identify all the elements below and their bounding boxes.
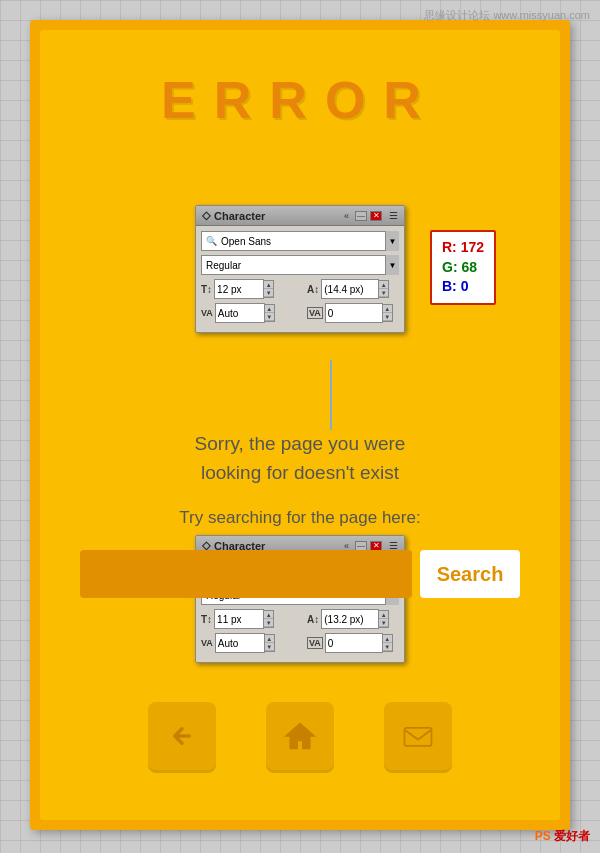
back-button[interactable] — [148, 702, 216, 770]
tracking-field-group: VA Auto ▲ ▼ — [201, 303, 293, 323]
size-field-group: T↕ 12 px ▲ ▼ — [201, 279, 293, 299]
kerning-field-2[interactable]: 0 — [325, 633, 383, 653]
leading-field-group-2: A↕ (13.2 px) ▲ ▼ — [307, 609, 399, 629]
size-row-2: T↕ 11 px ▲ ▼ A↕ (13.2 px) — [201, 609, 399, 629]
g-value: G: 68 — [442, 258, 484, 278]
watermark-top: 思缘设计论坛 www.missyuan.com — [424, 8, 590, 23]
r-value: R: 172 — [442, 238, 484, 258]
search-icon: 🔍 — [206, 236, 217, 246]
search-input[interactable] — [80, 550, 412, 598]
diamond-icon: ◇ — [202, 209, 210, 222]
tracking-dn[interactable]: ▼ — [265, 313, 274, 321]
tracking-up[interactable]: ▲ — [265, 305, 274, 313]
main-card: ERROR ◇ Character « — ✕ ☰ — [30, 20, 570, 830]
leading-spinner-1[interactable]: ▲ ▼ — [379, 280, 389, 298]
kerning-field-group: VA 0 ▲ ▼ — [307, 303, 399, 323]
ps-logo: PS — [535, 829, 554, 843]
tracking-spinner-1[interactable]: ▲ ▼ — [265, 304, 275, 322]
leading-up[interactable]: ▲ — [379, 281, 388, 289]
size-dn[interactable]: ▼ — [264, 289, 273, 297]
character-panel-1: ◇ Character « — ✕ ☰ 🔍 Open Sans — [195, 205, 405, 333]
home-icon — [282, 718, 318, 754]
search-bar: Search — [80, 550, 520, 598]
sorry-message: Sorry, the page you were looking for doe… — [40, 430, 560, 487]
font-row-1: 🔍 Open Sans ▼ — [201, 231, 399, 251]
size-spinner-2[interactable]: ▲ ▼ — [264, 610, 274, 628]
size-spinner-1[interactable]: ▲ ▼ — [264, 280, 274, 298]
kerning-icon-2: VA — [307, 637, 323, 649]
color-box: R: 172 G: 68 B: 0 — [430, 230, 496, 305]
panel-menu-icon[interactable]: ☰ — [389, 210, 398, 221]
kerning-field-1[interactable]: 0 — [325, 303, 383, 323]
tracking-field-group-2: VA Auto ▲ ▼ — [201, 633, 293, 653]
tracking-field-2[interactable]: Auto — [215, 633, 265, 653]
mail-icon — [400, 718, 436, 754]
kerning-spinner-1[interactable]: ▲ ▼ — [383, 304, 393, 322]
bottom-icons — [40, 702, 560, 770]
card-inner: ERROR ◇ Character « — ✕ ☰ — [40, 30, 560, 820]
tracking-row-2: VA Auto ▲ ▼ VA 0 — [201, 633, 399, 653]
panel-close-btn[interactable]: ✕ — [370, 211, 382, 221]
try-message: Try searching for the page here: — [40, 508, 560, 528]
kerning-spinner-2[interactable]: ▲ ▼ — [383, 634, 393, 652]
site-name: 爱好者 — [554, 829, 590, 843]
tracking-field-1[interactable]: Auto — [215, 303, 265, 323]
home-button[interactable] — [266, 702, 334, 770]
error-title: ERROR — [40, 70, 560, 130]
kerning-up[interactable]: ▲ — [383, 305, 392, 313]
connector-line-1 — [330, 360, 332, 430]
style-select-1[interactable]: Regular ▼ — [201, 255, 399, 275]
tracking-icon: VA — [201, 308, 213, 318]
size-icon-2: T↕ — [201, 614, 212, 625]
kerning-field-group-2: VA 0 ▲ ▼ — [307, 633, 399, 653]
leading-dn[interactable]: ▼ — [379, 289, 388, 297]
leading-icon-2: A↕ — [307, 614, 319, 625]
mail-button[interactable] — [384, 702, 452, 770]
b-value: B: 0 — [442, 277, 484, 297]
size-field-group-2: T↕ 11 px ▲ ▼ — [201, 609, 293, 629]
kerning-dn[interactable]: ▼ — [383, 313, 392, 321]
back-icon — [164, 718, 200, 754]
tracking-icon-2: VA — [201, 638, 213, 648]
panel-collapse-icon[interactable]: « — [344, 211, 349, 221]
kerning-icon: VA — [307, 307, 323, 319]
font-select-1[interactable]: 🔍 Open Sans ▼ — [201, 231, 399, 251]
panel-collapse-icon-2[interactable]: « — [344, 541, 349, 551]
panel-controls-1: « — ✕ ☰ — [344, 210, 398, 221]
tracking-spinner-2[interactable]: ▲ ▼ — [265, 634, 275, 652]
leading-field-2[interactable]: (13.2 px) — [321, 609, 379, 629]
size-row-1: T↕ 12 px ▲ ▼ A↕ (14.4 px) — [201, 279, 399, 299]
size-field-2[interactable]: 11 px — [214, 609, 264, 629]
size-icon: T↕ — [201, 284, 212, 295]
panel-minimize-btn-2[interactable]: — — [355, 541, 367, 551]
panel-header-1: ◇ Character « — ✕ ☰ — [196, 206, 404, 226]
watermark-bottom: PS 爱好者 — [535, 826, 590, 845]
leading-field-1[interactable]: (14.4 px) — [321, 279, 379, 299]
panel-minimize-btn[interactable]: — — [355, 211, 367, 221]
size-field-1[interactable]: 12 px — [214, 279, 264, 299]
style-row-1: Regular ▼ — [201, 255, 399, 275]
font-dropdown-arrow[interactable]: ▼ — [385, 231, 399, 251]
panel-title-1: ◇ Character — [202, 209, 265, 222]
panel-close-btn-2[interactable]: ✕ — [370, 541, 382, 551]
panel-body-1: 🔍 Open Sans ▼ Regular ▼ — [196, 226, 404, 332]
leading-field-group: A↕ (14.4 px) ▲ ▼ — [307, 279, 399, 299]
size-up[interactable]: ▲ — [264, 281, 273, 289]
style-dropdown-arrow[interactable]: ▼ — [385, 255, 399, 275]
search-button[interactable]: Search — [420, 550, 520, 598]
tracking-row-1: VA Auto ▲ ▼ VA 0 — [201, 303, 399, 323]
leading-icon: A↕ — [307, 284, 319, 295]
leading-spinner-2[interactable]: ▲ ▼ — [379, 610, 389, 628]
svg-rect-0 — [405, 728, 432, 746]
